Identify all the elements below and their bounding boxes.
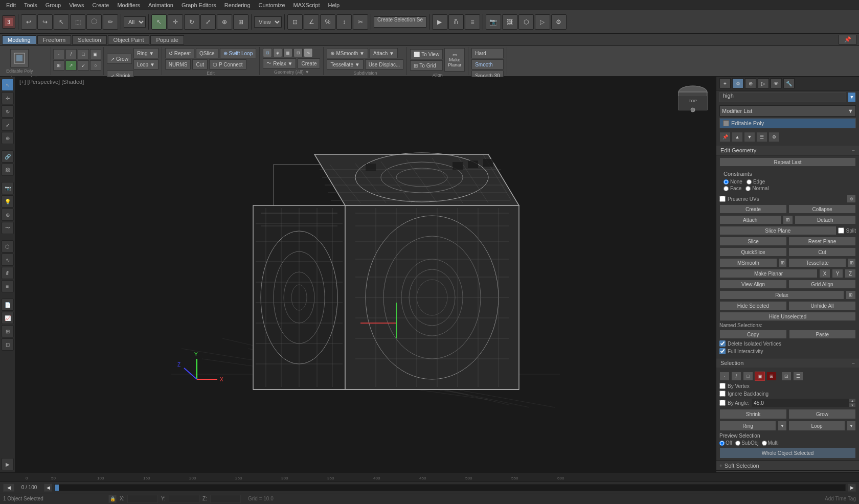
mod-down-btn[interactable]: ▼ xyxy=(744,132,755,142)
cut-btn[interactable]: Cut xyxy=(192,59,208,70)
rotate-btn[interactable]: ↻ xyxy=(184,14,199,30)
mod-show-all-btn[interactable]: ☰ xyxy=(756,132,767,142)
slice-plane-btn[interactable]: Slice Plane xyxy=(719,226,837,235)
qslice-btn[interactable]: QSlice xyxy=(196,48,218,58)
vertex-sel-btn[interactable]: · xyxy=(719,372,730,381)
menu-tools[interactable]: Tools xyxy=(20,2,41,8)
menu-maxscript[interactable]: MAXScript xyxy=(289,2,324,8)
vertex-mode-btn[interactable]: · xyxy=(53,49,64,59)
selection-header[interactable]: Selection − xyxy=(716,358,859,368)
x-btn[interactable]: X xyxy=(819,269,830,278)
loop-btn-ribbon[interactable]: Loop ▼ xyxy=(133,59,159,70)
sidebar-expand-btn[interactable]: ▶ xyxy=(2,458,14,470)
shrink-mode-btn[interactable]: ↙ xyxy=(78,60,89,71)
place-btn[interactable]: ⊕ xyxy=(217,14,232,30)
sidebar-link-btn[interactable]: 🔗 xyxy=(2,150,14,163)
edge-sel-btn[interactable]: / xyxy=(731,372,741,381)
ring-sel-btn[interactable]: Ring xyxy=(719,421,776,431)
soft-selection-header[interactable]: + Soft Selection xyxy=(716,461,859,470)
filter-dropdown[interactable]: All xyxy=(124,16,146,28)
viewport[interactable]: [+] [Perspective] [Shaded] TOP xyxy=(15,77,716,472)
constraint-face[interactable]: Face xyxy=(724,186,741,191)
sidebar-align-btn[interactable]: ≡ xyxy=(2,280,14,292)
attach-btn[interactable]: Attach xyxy=(719,215,781,224)
poly-sel-btn[interactable]: ▣ xyxy=(755,372,765,381)
z-coord-input[interactable] xyxy=(210,495,241,503)
cut-eg-btn[interactable]: Cut xyxy=(788,247,856,257)
timeline-track[interactable] xyxy=(54,484,846,491)
z-btn[interactable]: Z xyxy=(845,269,856,278)
grow-mode-btn[interactable]: ↗ xyxy=(65,60,77,71)
relax-settings-btn[interactable]: ⊞ xyxy=(846,290,856,300)
repeat-btn[interactable]: ↺ Repeat xyxy=(165,48,194,58)
scale-btn[interactable]: ⤢ xyxy=(200,14,216,30)
make-planar-eg-btn[interactable]: Make Planar xyxy=(719,269,818,278)
mod-config-btn[interactable]: ⚙ xyxy=(768,132,780,142)
quickslice-btn[interactable]: QuickSlice xyxy=(719,247,787,257)
menu-rendering[interactable]: Rendering xyxy=(220,2,255,8)
menu-help[interactable]: Help xyxy=(324,2,344,8)
edge-mode-btn[interactable]: / xyxy=(65,49,77,59)
split-checkbox[interactable] xyxy=(838,227,844,234)
menu-modifiers[interactable]: Modifiers xyxy=(113,2,144,8)
relax-btn[interactable]: 〜 Relax ▼ xyxy=(263,58,296,68)
loop-sel-btn[interactable]: Loop xyxy=(788,421,845,431)
by-angle-checkbox[interactable] xyxy=(719,400,726,406)
menu-create[interactable]: Create xyxy=(88,2,113,8)
modifier-list-dropdown[interactable]: Modifier List ▼ xyxy=(719,105,856,117)
constraint-normal[interactable]: Normal xyxy=(745,186,768,191)
sidebar-unlink-btn[interactable]: ⛓ xyxy=(2,164,14,176)
mod-pin-btn[interactable]: 📌 xyxy=(719,132,731,142)
element-mode-btn[interactable]: ⊞ xyxy=(53,60,64,71)
hard-btn[interactable]: Hard xyxy=(471,48,503,58)
tessellate-settings-btn[interactable]: ⊞ xyxy=(848,258,856,267)
sidebar-space-warp-btn[interactable]: 〜 xyxy=(2,222,14,234)
by-vertex-checkbox[interactable] xyxy=(719,383,726,389)
constraint-icon-4[interactable]: ⊟ xyxy=(293,48,303,57)
sidebar-rotate-btn[interactable]: ↻ xyxy=(2,105,14,118)
mod-up-btn[interactable]: ▲ xyxy=(732,132,743,142)
percent-snap-btn[interactable]: % xyxy=(320,14,335,30)
poly-mode-btn[interactable]: ▣ xyxy=(90,49,101,59)
render-frame-btn[interactable]: 🖼 xyxy=(502,14,517,30)
menu-views[interactable]: Views xyxy=(65,2,88,8)
panel-modify-icon[interactable]: ⚙ xyxy=(732,78,743,88)
editable-poly-icon[interactable] xyxy=(10,49,29,67)
tab-populate[interactable]: Populate xyxy=(150,35,184,44)
sidebar-material-btn[interactable]: ⬡ xyxy=(2,240,14,253)
attach-btn[interactable]: Attach ▼ xyxy=(370,48,398,58)
create-btn[interactable]: Create xyxy=(719,204,787,214)
sidebar-place-btn[interactable]: ⊕ xyxy=(2,132,14,144)
sidebar-light-btn[interactable]: 💡 xyxy=(2,195,14,208)
swift-loop-btn[interactable]: ⊕ Swift Loop xyxy=(220,48,257,58)
border-sel-btn[interactable]: □ xyxy=(743,372,753,381)
to-view-btn[interactable]: ⬜ To View xyxy=(410,49,443,59)
material-editor-btn[interactable]: ⬡ xyxy=(518,14,534,30)
edit-named-sel-btn[interactable]: ✂ xyxy=(353,14,368,30)
sidebar-layer-btn[interactable]: 📄 xyxy=(2,299,14,311)
tessellate-btn[interactable]: Tessellate ▼ xyxy=(327,59,363,70)
slice-btn[interactable]: Slice xyxy=(719,237,787,246)
grid-align-btn[interactable]: Grid Align xyxy=(788,280,856,289)
by-angle-input[interactable] xyxy=(751,398,849,407)
sel-icon-extra1[interactable]: ⊡ xyxy=(781,372,792,381)
snap-toggle-btn[interactable]: ⊡ xyxy=(287,14,303,30)
msmooth-settings-btn[interactable]: ⊞ xyxy=(779,258,787,267)
panel-display-icon[interactable]: 👁 xyxy=(771,78,782,88)
by-angle-up[interactable]: ▲ xyxy=(849,398,856,403)
loop-arrow-btn[interactable]: ▼ xyxy=(847,421,856,431)
loop-mode-btn[interactable]: ○ xyxy=(90,60,101,71)
preserve-uvs-checkbox[interactable] xyxy=(719,196,726,202)
tab-pin[interactable]: 📌 xyxy=(839,35,857,44)
sidebar-helper-btn[interactable]: ⊕ xyxy=(2,209,14,221)
redo-btn[interactable]: ↪ xyxy=(37,14,53,30)
make-planar-btn[interactable]: ▭ Make Planar xyxy=(444,48,465,72)
panel-create-icon[interactable]: + xyxy=(719,78,731,88)
border-mode-btn[interactable]: □ xyxy=(78,49,89,59)
delete-isolated-checkbox[interactable] xyxy=(719,340,726,347)
high-field[interactable]: high xyxy=(719,92,846,102)
element-sel-btn[interactable]: ⊞ xyxy=(766,372,777,381)
angle-snap-btn[interactable]: ∠ xyxy=(304,14,319,30)
menu-group[interactable]: Group xyxy=(41,2,65,8)
high-dropdown-arrow[interactable]: ▼ xyxy=(848,92,856,102)
